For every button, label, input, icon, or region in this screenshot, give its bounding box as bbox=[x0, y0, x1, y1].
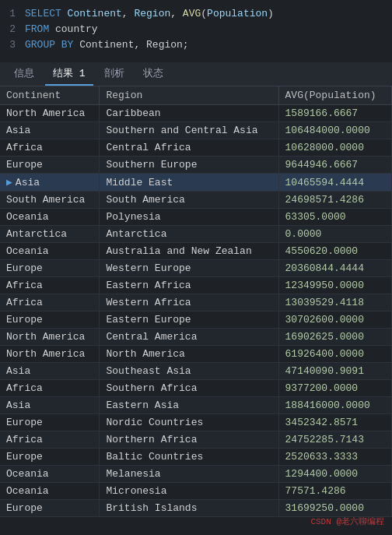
tab-结果1[interactable]: 结果 1 bbox=[45, 62, 93, 86]
table-cell: 9377200.0000 bbox=[278, 380, 391, 397]
table-cell: Western Africa bbox=[100, 294, 278, 311]
table-cell: South America bbox=[0, 192, 100, 209]
table-cell: Europe bbox=[0, 449, 100, 466]
code-line: 3GROUP BY Continent, Region; bbox=[0, 37, 392, 53]
line-number: 2 bbox=[0, 22, 25, 37]
table-cell: 10628000.0000 bbox=[278, 139, 391, 157]
table-cell: Eastern Africa bbox=[100, 277, 278, 294]
table-cell: 61926400.0000 bbox=[278, 346, 391, 363]
watermark: CSDN @老六聊编程 bbox=[310, 516, 384, 527]
table-row[interactable]: North AmericaCentral America16902625.000… bbox=[0, 329, 392, 346]
line-number: 3 bbox=[0, 37, 25, 53]
table-row[interactable]: OceaniaPolynesia63305.0000 bbox=[0, 209, 392, 226]
table-cell: Eastern Asia bbox=[100, 397, 278, 414]
tab-状态[interactable]: 状态 bbox=[135, 62, 171, 86]
table-cell: Eastern Europe bbox=[100, 311, 278, 329]
table-cell: 1294400.0000 bbox=[278, 466, 391, 483]
table-cell: Southern and Central Asia bbox=[100, 122, 278, 139]
table-row[interactable]: AsiaSouthern and Central Asia106484000.0… bbox=[0, 122, 392, 139]
table-cell: 2520633.3333 bbox=[278, 449, 391, 466]
table-cell: 10465594.4444 bbox=[278, 174, 391, 192]
table-cell: Oceania bbox=[0, 209, 100, 226]
table-row[interactable]: AsiaMiddle East10465594.4444 bbox=[0, 174, 392, 192]
table-row[interactable]: EuropeSouthern Europe9644946.6667 bbox=[0, 157, 392, 174]
table-cell: Asia bbox=[0, 174, 100, 192]
table-cell: Southern Africa bbox=[100, 380, 278, 397]
code-text: FROM country bbox=[25, 22, 98, 37]
table-cell: 30702600.0000 bbox=[278, 311, 391, 329]
table-cell: Europe bbox=[0, 500, 100, 517]
col-header-region: Region bbox=[100, 86, 278, 105]
table-row[interactable]: EuropeBritish Islands31699250.0000 bbox=[0, 500, 392, 517]
table-row[interactable]: OceaniaAustralia and New Zealan4550620.0… bbox=[0, 243, 392, 260]
table-cell: Europe bbox=[0, 311, 100, 329]
line-number: 1 bbox=[0, 6, 25, 22]
table-row[interactable]: AsiaEastern Asia188416000.0000 bbox=[0, 397, 392, 414]
table-row[interactable]: AsiaSoutheast Asia47140090.9091 bbox=[0, 363, 392, 380]
table-cell: 16902625.0000 bbox=[278, 329, 391, 346]
code-section: 1SELECT Continent, Region, AVG(Populatio… bbox=[0, 0, 392, 62]
table-row[interactable]: EuropeEastern Europe30702600.0000 bbox=[0, 311, 392, 329]
table-row[interactable]: EuropeWestern Europe20360844.4444 bbox=[0, 260, 392, 277]
table-row[interactable]: AfricaWestern Africa13039529.4118 bbox=[0, 294, 392, 311]
table-cell: Africa bbox=[0, 431, 100, 449]
table-cell: Central Africa bbox=[100, 139, 278, 157]
table-row[interactable]: AfricaEastern Africa12349950.0000 bbox=[0, 277, 392, 294]
table-row[interactable]: EuropeNordic Countries3452342.8571 bbox=[0, 414, 392, 431]
table-cell: Polynesia bbox=[100, 209, 278, 226]
col-header-continent: Continent bbox=[0, 86, 100, 105]
table-cell: Africa bbox=[0, 277, 100, 294]
table-cell: 24752285.7143 bbox=[278, 431, 391, 449]
table-row[interactable]: OceaniaMelanesia1294400.0000 bbox=[0, 466, 392, 483]
tab-剖析[interactable]: 剖析 bbox=[96, 62, 132, 86]
table-row[interactable]: EuropeBaltic Countries2520633.3333 bbox=[0, 449, 392, 466]
table-cell: 4550620.0000 bbox=[278, 243, 391, 260]
table-cell: Central America bbox=[100, 329, 278, 346]
table-body: North AmericaCaribbean1589166.6667AsiaSo… bbox=[0, 105, 392, 517]
table-cell: Melanesia bbox=[100, 466, 278, 483]
table-cell: Africa bbox=[0, 139, 100, 157]
table-row[interactable]: AfricaCentral Africa10628000.0000 bbox=[0, 139, 392, 157]
table-row[interactable]: South AmericaSouth America24698571.4286 bbox=[0, 192, 392, 209]
header-row: ContinentRegionAVG(Population) bbox=[0, 86, 392, 105]
tabs-bar: 信息结果 1剖析状态 bbox=[0, 62, 392, 86]
table-row[interactable]: AfricaSouthern Africa9377200.0000 bbox=[0, 380, 392, 397]
table-cell: Middle East bbox=[100, 174, 278, 192]
table-row[interactable]: AntarcticaAntarctica0.0000 bbox=[0, 226, 392, 243]
table-cell: Australia and New Zealan bbox=[100, 243, 278, 260]
table-cell: 63305.0000 bbox=[278, 209, 391, 226]
table-cell: Europe bbox=[0, 260, 100, 277]
table-cell: Oceania bbox=[0, 483, 100, 500]
table-cell: Africa bbox=[0, 380, 100, 397]
table-cell: Caribbean bbox=[100, 105, 278, 122]
table-cell: Southeast Asia bbox=[100, 363, 278, 380]
table-cell: 20360844.4444 bbox=[278, 260, 391, 277]
table-cell: North America bbox=[0, 346, 100, 363]
table-cell: Asia bbox=[0, 363, 100, 380]
table-cell: Nordic Countries bbox=[100, 414, 278, 431]
table-cell: Baltic Countries bbox=[100, 449, 278, 466]
table-cell: 12349950.0000 bbox=[278, 277, 391, 294]
table-cell: 13039529.4118 bbox=[278, 294, 391, 311]
table-cell: Africa bbox=[0, 294, 100, 311]
table-cell: 47140090.9091 bbox=[278, 363, 391, 380]
table-cell: Northern Africa bbox=[100, 431, 278, 449]
results-table-container[interactable]: ContinentRegionAVG(Population) North Ame… bbox=[0, 86, 392, 517]
table-cell: 77571.4286 bbox=[278, 483, 391, 500]
table-cell: Western Europe bbox=[100, 260, 278, 277]
table-row[interactable]: North AmericaNorth America61926400.0000 bbox=[0, 346, 392, 363]
table-row[interactable]: AfricaNorthern Africa24752285.7143 bbox=[0, 431, 392, 449]
table-cell: Asia bbox=[0, 122, 100, 139]
table-cell: Europe bbox=[0, 414, 100, 431]
table-cell: South America bbox=[100, 192, 278, 209]
table-row[interactable]: North AmericaCaribbean1589166.6667 bbox=[0, 105, 392, 122]
table-cell: British Islands bbox=[100, 500, 278, 517]
table-cell: 24698571.4286 bbox=[278, 192, 391, 209]
table-row[interactable]: OceaniaMicronesia77571.4286 bbox=[0, 483, 392, 500]
table-cell: North America bbox=[0, 105, 100, 122]
code-line: 1SELECT Continent, Region, AVG(Populatio… bbox=[0, 6, 392, 22]
table-cell: Antarctica bbox=[0, 226, 100, 243]
tab-信息[interactable]: 信息 bbox=[6, 62, 42, 86]
code-line: 2FROM country bbox=[0, 22, 392, 37]
table-cell: 0.0000 bbox=[278, 226, 391, 243]
